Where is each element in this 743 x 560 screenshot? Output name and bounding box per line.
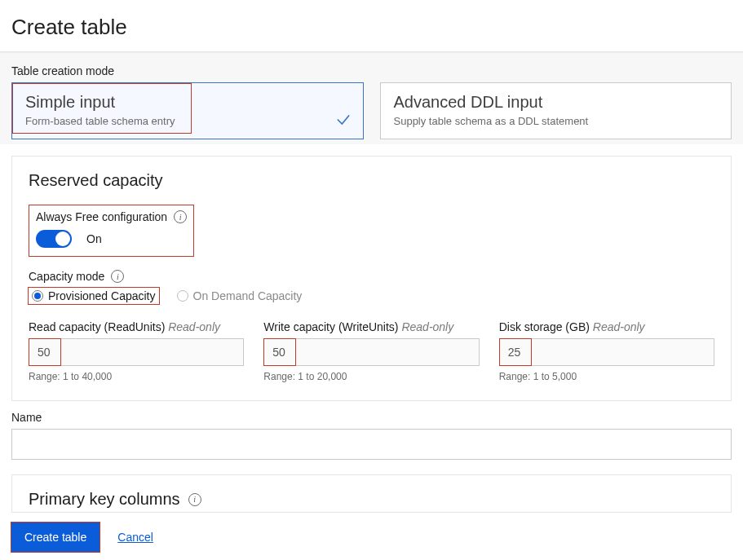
page-title: Create table bbox=[0, 0, 743, 51]
read-capacity-input bbox=[29, 338, 244, 366]
name-section: Name bbox=[0, 401, 743, 460]
creation-mode-tiles: Simple input Form-based table schema ent… bbox=[11, 82, 732, 139]
radio-on-demand: On Demand Capacity bbox=[177, 289, 303, 302]
table-creation-mode-section: Table creation mode Simple input Form-ba… bbox=[0, 52, 743, 144]
capacity-fields: Read capacity (ReadUnits) Read-only Rang… bbox=[29, 320, 714, 382]
field-label: Disk storage (GB) bbox=[499, 320, 590, 333]
readonly-tag: Read-only bbox=[593, 320, 645, 333]
info-icon[interactable]: i bbox=[174, 210, 187, 223]
tile-title: Advanced DDL input bbox=[394, 93, 719, 112]
read-capacity-field: Read capacity (ReadUnits) Read-only Rang… bbox=[29, 320, 244, 382]
reserved-capacity-title: Reserved capacity bbox=[29, 171, 714, 190]
primary-key-title: Primary key columns bbox=[29, 490, 180, 509]
field-label: Read capacity (ReadUnits) bbox=[29, 320, 165, 333]
field-range: Range: 1 to 40,000 bbox=[29, 371, 244, 382]
tile-advanced-ddl[interactable]: Advanced DDL input Supply table schema a… bbox=[380, 82, 732, 139]
field-range: Range: 1 to 20,000 bbox=[263, 371, 479, 382]
disk-storage-input bbox=[499, 338, 714, 366]
readonly-tag: Read-only bbox=[168, 320, 220, 333]
readonly-tag: Read-only bbox=[401, 320, 453, 333]
info-icon[interactable]: i bbox=[188, 493, 201, 506]
cancel-link[interactable]: Cancel bbox=[117, 531, 153, 544]
radio-label: Provisioned Capacity bbox=[48, 289, 156, 302]
footer-actions: Create table Cancel bbox=[0, 513, 743, 560]
create-table-button[interactable]: Create table bbox=[11, 523, 100, 552]
always-free-toggle[interactable] bbox=[36, 230, 72, 248]
field-label: Write capacity (WriteUnits) bbox=[263, 320, 398, 333]
always-free-label: Always Free configuration bbox=[36, 210, 167, 223]
write-capacity-field: Write capacity (WriteUnits) Read-only Ra… bbox=[263, 320, 479, 382]
tile-title: Simple input bbox=[25, 93, 350, 112]
always-free-block: Always Free configuration i On bbox=[29, 205, 194, 257]
primary-key-panel: Primary key columns i bbox=[11, 474, 732, 513]
write-capacity-input bbox=[263, 338, 479, 366]
tile-desc: Form-based table schema entry bbox=[25, 115, 350, 127]
name-input[interactable] bbox=[11, 429, 732, 460]
radio-label: On Demand Capacity bbox=[193, 289, 303, 302]
field-range: Range: 1 to 5,000 bbox=[499, 371, 714, 382]
reserved-capacity-panel: Reserved capacity Always Free configurat… bbox=[11, 156, 732, 401]
tile-simple-input[interactable]: Simple input Form-based table schema ent… bbox=[11, 82, 364, 139]
capacity-mode-label: Capacity mode bbox=[29, 270, 104, 283]
creation-mode-label: Table creation mode bbox=[11, 64, 732, 77]
check-icon bbox=[335, 112, 352, 130]
name-label: Name bbox=[11, 411, 732, 424]
info-icon[interactable]: i bbox=[111, 270, 124, 283]
toggle-state-label: On bbox=[86, 232, 102, 245]
radio-provisioned[interactable]: Provisioned Capacity bbox=[32, 289, 156, 302]
disk-storage-field: Disk storage (GB) Read-only Range: 1 to … bbox=[499, 320, 714, 382]
tile-desc: Supply table schema as a DDL statement bbox=[394, 115, 719, 127]
